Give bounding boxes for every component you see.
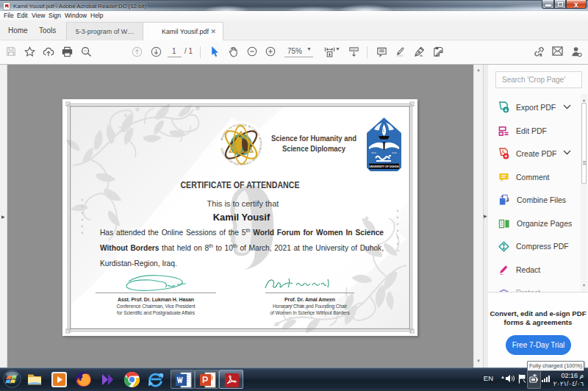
svg-text:UNIVERSITY OF DUHOK: UNIVERSITY OF DUHOK (369, 165, 399, 168)
